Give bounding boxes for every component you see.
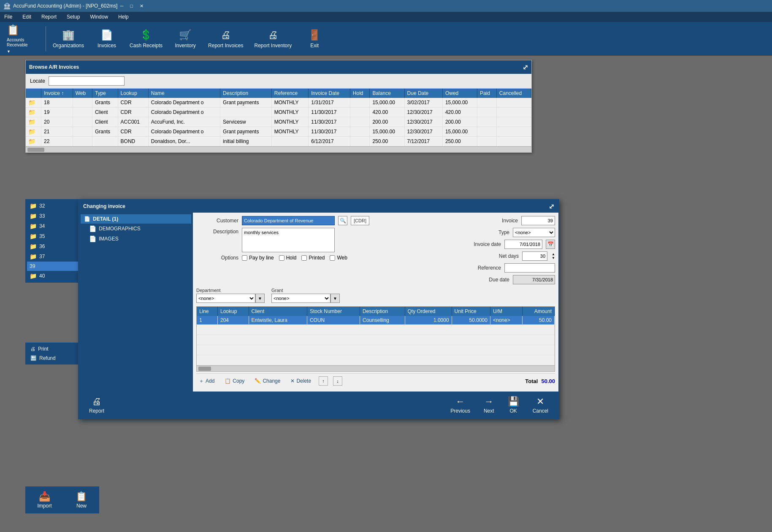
invoices-button[interactable]: 📄 Invoices xyxy=(90,24,124,54)
pay-by-line-option[interactable]: Pay by line xyxy=(242,255,274,261)
description-textarea[interactable]: monthly services xyxy=(242,228,335,252)
invoice-number-row: Invoice xyxy=(460,216,555,225)
menu-file[interactable]: File xyxy=(2,13,15,21)
form-panel: Customer 🔍 [CDR] Description monthly ser… xyxy=(193,213,558,392)
pay-by-line-checkbox[interactable] xyxy=(242,255,247,261)
web-checkbox[interactable] xyxy=(330,255,335,261)
maximize-btn[interactable]: □ xyxy=(127,3,135,10)
dialog-report-button[interactable]: 🖨 Report xyxy=(84,394,109,416)
col-invoice[interactable]: Invoice ↑ xyxy=(41,89,73,98)
menu-report[interactable]: Report xyxy=(39,13,59,21)
line-table-scrollbar[interactable] xyxy=(196,366,555,372)
minimize-btn[interactable]: ─ xyxy=(117,3,126,10)
customer-search-button[interactable]: 🔍 xyxy=(338,216,347,225)
accounts-receivable-button[interactable]: 📋 AccountsReceivable ▼ xyxy=(2,24,44,54)
hold-option[interactable]: Hold xyxy=(279,255,297,261)
web-option[interactable]: Web xyxy=(330,255,347,261)
folder-icon: 📁 xyxy=(30,223,37,230)
col-hold[interactable]: Hold xyxy=(350,89,370,98)
department-select[interactable]: <none> xyxy=(196,294,255,303)
line-col-price[interactable]: Unit Price xyxy=(452,307,490,316)
report-invoices-button[interactable]: 🖨 Report Invoices xyxy=(203,24,248,54)
menu-edit[interactable]: Edit xyxy=(20,13,34,21)
line-col-qty[interactable]: Qty Ordered xyxy=(405,307,452,316)
images-item[interactable]: 📄 IMAGES xyxy=(81,234,191,244)
net-days-spinner[interactable]: ▲ ▼ xyxy=(552,252,555,260)
line-col-amount[interactable]: Amount xyxy=(522,307,555,316)
menu-setup[interactable]: Setup xyxy=(64,13,82,21)
folder-icon: 📁 xyxy=(30,213,37,219)
col-cancelled[interactable]: Cancelled xyxy=(496,89,531,98)
col-invoice-date[interactable]: Invoice Date xyxy=(309,89,350,98)
table-row[interactable]: 📁 19 Client CDR Colorado Department o MO… xyxy=(26,108,531,117)
col-type[interactable]: Type xyxy=(92,89,118,98)
grant-dropdown-btn[interactable]: ▼ xyxy=(330,294,340,303)
menu-window[interactable]: Window xyxy=(87,13,111,21)
col-name[interactable]: Name xyxy=(148,89,220,98)
next-button[interactable]: → Next xyxy=(479,394,499,416)
type-select[interactable]: <none> xyxy=(513,228,555,237)
delete-line-button[interactable]: ✕ Delete xyxy=(288,377,314,385)
change-line-button[interactable]: ✏️ Change xyxy=(252,377,283,385)
refund-button[interactable]: 🔙 Refund xyxy=(27,354,59,363)
menu-help[interactable]: Help xyxy=(116,13,131,21)
col-web[interactable]: Web xyxy=(73,89,92,98)
locate-input[interactable] xyxy=(49,76,125,86)
scroll-thumb[interactable] xyxy=(27,148,44,152)
print-button[interactable]: 🖨 Print xyxy=(27,344,52,354)
hold-checkbox[interactable] xyxy=(279,255,284,261)
line-col-um[interactable]: U/M xyxy=(490,307,522,316)
col-reference[interactable]: Reference xyxy=(271,89,309,98)
browse-maximize-icon[interactable]: ⤢ xyxy=(523,63,528,71)
table-row[interactable]: 📁 22 BOND Donaldson, Dor... initial bill… xyxy=(26,137,531,146)
dialog-maximize-icon[interactable]: ⤢ xyxy=(549,203,554,211)
detail-header[interactable]: 📄 DETAIL (1) xyxy=(81,214,191,224)
col-description[interactable]: Description xyxy=(220,89,272,98)
inventory-button[interactable]: 🛒 Inventory xyxy=(168,24,202,54)
line-col-client[interactable]: Client xyxy=(249,307,307,316)
line-col-desc[interactable]: Description xyxy=(360,307,405,316)
grant-select[interactable]: <none> xyxy=(271,294,330,303)
close-btn[interactable]: ✕ xyxy=(137,3,146,10)
report-inventory-button[interactable]: 🖨 Report Inventory xyxy=(249,24,297,54)
invoice-number-input[interactable] xyxy=(521,216,555,225)
line-col-lookup[interactable]: Lookup xyxy=(217,307,249,316)
import-button[interactable]: 📥 Import xyxy=(32,489,57,510)
cancel-button[interactable]: ✕ Cancel xyxy=(528,394,553,416)
line-col-line[interactable]: Line xyxy=(197,307,217,316)
line-table: Line Lookup Client Stock Number Descript… xyxy=(197,307,555,365)
table-row[interactable]: 📁 18 Grants CDR Colorado Department o Gr… xyxy=(26,98,531,108)
move-up-button[interactable]: ↑ xyxy=(319,376,328,386)
table-scroll[interactable] xyxy=(26,146,531,152)
new-button[interactable]: 📋 New xyxy=(70,489,92,510)
change-label: Change xyxy=(263,378,280,384)
exit-button[interactable]: 🚪 Exit xyxy=(298,24,331,54)
col-paid[interactable]: Paid xyxy=(477,89,497,98)
line-col-stock[interactable]: Stock Number xyxy=(307,307,360,316)
ok-button[interactable]: 💾 OK xyxy=(503,394,524,416)
demographics-item[interactable]: 📄 DEMOGRAPHICS xyxy=(81,224,191,234)
add-line-button[interactable]: ＋ Add xyxy=(196,377,217,386)
reference-input[interactable] xyxy=(504,263,555,273)
col-lookup[interactable]: Lookup xyxy=(118,89,148,98)
table-row[interactable]: 📁 21 Grants CDR Colorado Department o Gr… xyxy=(26,127,531,137)
col-due-date[interactable]: Due Date xyxy=(404,89,442,98)
calendar-button[interactable]: 📅 xyxy=(546,240,555,249)
col-balance[interactable]: Balance xyxy=(370,89,404,98)
previous-button[interactable]: ← Previous xyxy=(445,394,475,416)
dept-dropdown-btn[interactable]: ▼ xyxy=(255,294,265,303)
organizations-button[interactable]: 🏢 Organizations xyxy=(48,24,89,54)
line-scroll-thumb[interactable] xyxy=(198,367,211,371)
line-item-1[interactable]: 1 204 Entwistle, Laura COUN Counselling … xyxy=(197,316,555,325)
col-owed[interactable]: Owed xyxy=(442,89,477,98)
copy-line-button[interactable]: 📋 Copy xyxy=(222,377,247,385)
printed-checkbox[interactable] xyxy=(301,255,307,261)
move-down-button[interactable]: ↓ xyxy=(333,376,342,386)
invoice-date-input[interactable] xyxy=(504,240,542,249)
col-icon[interactable] xyxy=(26,89,41,98)
net-days-input[interactable] xyxy=(522,251,547,261)
table-row[interactable]: 📁 20 Client ACC001 AccuFund, Inc. Servic… xyxy=(26,117,531,127)
customer-input[interactable] xyxy=(242,216,335,225)
printed-option[interactable]: Printed xyxy=(301,255,325,261)
cash-receipts-button[interactable]: 💲 Cash Receipts xyxy=(125,24,168,54)
